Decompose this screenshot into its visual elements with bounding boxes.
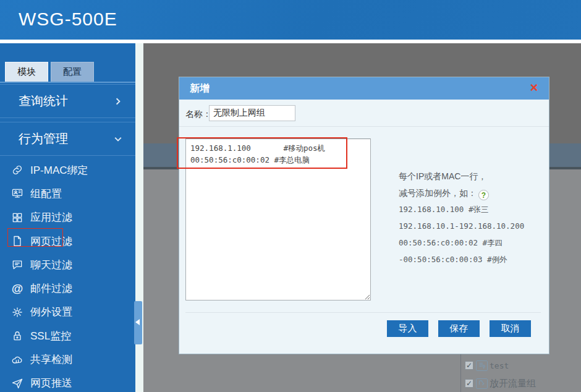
sidebar-item-label: 网页过滤 [30, 234, 72, 249]
sidebar-item-label: 聊天过滤 [30, 258, 72, 272]
add-group-dialog: 新增 × 名称： 192.168.1.100 #移动pos机 00:50:56:… [179, 77, 549, 354]
background-item-label: 放开流量组 [490, 378, 536, 390]
link-icon [10, 163, 25, 177]
tab-config[interactable]: 配置 [51, 62, 94, 82]
sidebar-collapse-handle[interactable] [134, 301, 142, 344]
collapse-arrow-icon [135, 319, 140, 325]
sidebar-item-label: 例外设置 [30, 305, 72, 319]
sidebar-item-label: 网页推送 [30, 376, 72, 390]
app-header: WSG-500E [0, 0, 581, 40]
dialog-title: 新增 [190, 82, 210, 95]
sidebar: 模块 配置 查询统计 行为管理 IP-MAC绑定 [0, 43, 135, 392]
background-list-item: ✓ 放开流量组 [465, 377, 580, 390]
lock-icon [10, 329, 25, 343]
sidebar-item-ip-mac-binding[interactable]: IP-MAC绑定 [0, 158, 135, 182]
sidebar-group-label: 查询统计 [19, 93, 68, 109]
dialog-header: 新增 × [179, 77, 549, 100]
group-name-input[interactable] [209, 105, 295, 121]
checkbox-checked[interactable]: ✓ [465, 379, 473, 388]
checkbox-checked[interactable]: ✓ [465, 361, 473, 370]
dialog-separator [179, 126, 549, 127]
group-list-icon [476, 360, 488, 371]
sidebar-item-label: 共享检测 [30, 352, 72, 367]
grid-icon [10, 211, 25, 224]
background-tree-line [460, 354, 461, 392]
send-icon [10, 377, 25, 390]
sidebar-group-query-stats[interactable]: 查询统计 [0, 84, 135, 118]
dialog-separator [185, 312, 541, 313]
name-label: 名称： [185, 109, 211, 120]
help-example: 192.168.10.100 #张三 [399, 205, 544, 221]
ip-mac-entries-textarea[interactable]: 192.168.1.100 #移动pos机 00:50:56:c0:00:02 … [185, 138, 371, 300]
sidebar-item-label: 组配置 [30, 187, 62, 201]
sidebar-item-chat-filter[interactable]: 聊天过滤 [0, 253, 135, 276]
sidebar-menu: IP-MAC绑定 组配置 应用过滤 网页过滤 [0, 158, 135, 392]
sidebar-tabs: 模块 配置 [5, 62, 94, 82]
sidebar-item-app-filter[interactable]: 应用过滤 [0, 206, 135, 229]
sidebar-item-mail-filter[interactable]: @ 邮件过滤 [0, 276, 135, 300]
at-icon: @ [10, 282, 25, 296]
close-icon[interactable]: × [527, 80, 541, 96]
sidebar-item-web-filter[interactable]: 网页过滤 [0, 229, 135, 253]
sidebar-item-label: 邮件过滤 [30, 281, 72, 296]
sidebar-item-exception-settings[interactable]: 例外设置 [0, 300, 135, 324]
chevron-down-icon [113, 134, 123, 144]
background-item-label: test [490, 361, 509, 370]
sidebar-group-label: 行为管理 [19, 130, 68, 147]
sidebar-item-label: IP-MAC绑定 [30, 163, 88, 177]
sidebar-item-label: SSL监控 [30, 329, 71, 343]
cancel-button[interactable]: 取消 [490, 320, 531, 337]
group-monitor-icon [10, 187, 25, 200]
dialog-buttons: 导入 保存 取消 [387, 320, 531, 337]
help-example: -00:50:56:c0:00:03 #例外 [399, 255, 544, 271]
help-line: 每个IP或者MAC一行， [399, 171, 544, 188]
gear-icon [10, 305, 25, 319]
sidebar-item-label: 应用过滤 [30, 210, 72, 224]
help-example: 00:50:56:c0:00:02 #李四 [399, 238, 544, 255]
sidebar-item-ssl-monitor[interactable]: SSL监控 [0, 324, 135, 347]
help-example: 192.168.10.1-192.168.10.200 [399, 221, 544, 238]
chat-icon [10, 258, 25, 271]
help-text-block: 每个IP或者MAC一行， 减号添加例外，如：? 192.168.10.100 #… [399, 171, 544, 271]
import-button[interactable]: 导入 [387, 320, 428, 337]
flow-group-icon [476, 378, 488, 389]
cloud-icon [10, 353, 25, 367]
app-title: WSG-500E [19, 9, 117, 30]
background-list-item: ✓ test [465, 359, 580, 372]
sidebar-item-group-config[interactable]: 组配置 [0, 182, 135, 205]
page-icon [10, 234, 25, 248]
chevron-right-icon [113, 96, 123, 106]
help-line: 减号添加例外，如：? [399, 188, 544, 205]
sidebar-group-behavior-mgmt[interactable]: 行为管理 [0, 122, 135, 156]
tabs-underline [0, 82, 135, 83]
sidebar-item-web-push[interactable]: 网页推送 [0, 372, 135, 392]
sidebar-item-share-detect[interactable]: 共享检测 [0, 347, 135, 371]
save-button[interactable]: 保存 [438, 320, 480, 337]
help-question-icon[interactable]: ? [478, 190, 489, 200]
tab-modules[interactable]: 模块 [5, 62, 48, 82]
app-root: WSG-500E ✓ test ✓ 放开流量组 模块 配置 查询统计 [0, 0, 581, 392]
